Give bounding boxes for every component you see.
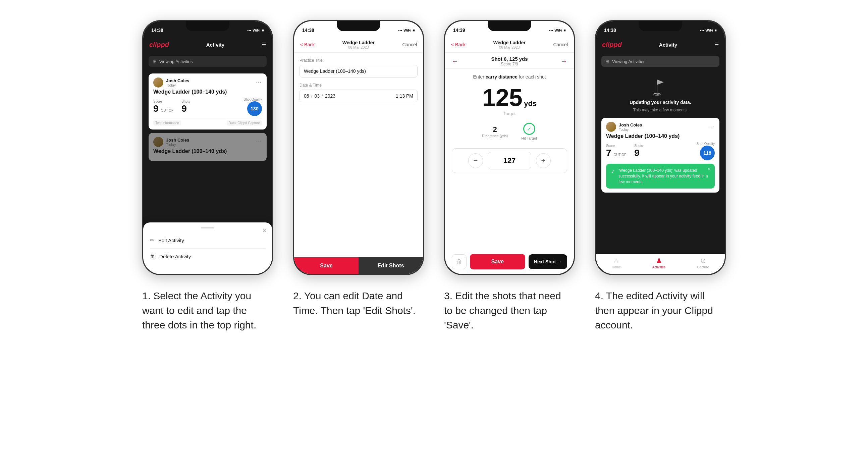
toast-close-btn[interactable]: ✕ — [707, 166, 711, 172]
golf-svg — [650, 77, 671, 97]
tab-activities[interactable]: ♟ Activities — [652, 257, 665, 269]
nav-center-2: Wedge Ladder 06 Mar 2023 — [342, 40, 375, 49]
updating-sub: This may take a few moments. — [633, 108, 688, 113]
status-icons-2: ▪▪▪ WiFi ■ — [398, 28, 415, 32]
practice-title-label: Practice Title — [300, 58, 417, 63]
activity-title-1: Wedge Ladder (100–140 yds) — [153, 89, 262, 95]
status-time-3: 14:39 — [453, 28, 465, 33]
phone-4: 14:38 ▪▪▪ WiFi ■ clippd Activity ☰ ⊞ — [595, 20, 726, 275]
sheet-handle — [201, 227, 214, 228]
shot-info-center: Shot 6, 125 yds Score 7/9 — [491, 56, 528, 66]
shot-input[interactable]: 127 — [488, 152, 531, 169]
menu-icon-4[interactable]: ☰ — [714, 41, 719, 48]
three-dots-1[interactable]: ··· — [255, 80, 262, 86]
caption-4: 4. The edited Activity will then appear … — [595, 288, 722, 333]
viewing-badge-4: ⊞ Viewing Activities — [601, 56, 719, 67]
out-of-1: OUT OF — [161, 109, 174, 113]
score-label-4: Score — [606, 144, 627, 148]
tab-capture[interactable]: ⊕ Capture — [697, 257, 709, 269]
viewing-badge-1: ⊞ Viewing Activities — [149, 56, 267, 67]
nav-bar-1: clippd Activity ☰ — [143, 37, 272, 53]
wifi-icon-4: WiFi — [705, 28, 713, 32]
golf-flag-icon — [650, 77, 671, 97]
save-btn-2[interactable]: Save — [294, 257, 359, 274]
activity-card-2[interactable]: Josh Coles Today ··· Wedge Ladder (100–1… — [149, 133, 267, 161]
date-day: 06 — [304, 93, 309, 99]
success-toast: ✓ 'Wedge Ladder (100–140 yds)' was updat… — [606, 164, 715, 189]
delete-shot-btn[interactable]: 🗑 — [452, 254, 467, 269]
sheet-close[interactable]: ✕ — [262, 227, 267, 234]
three-dots-2[interactable]: ··· — [255, 139, 262, 145]
activity-card-1[interactable]: Josh Coles Today ··· Wedge Ladder (100–1… — [149, 73, 267, 129]
shot-actions: 🗑 Save Next Shot → — [445, 249, 574, 274]
tab-capture-label: Capture — [697, 266, 709, 269]
edit-activity-label: Edit Activity — [158, 238, 184, 243]
user-name-4: Josh Coles — [619, 122, 642, 127]
svg-marker-1 — [657, 80, 664, 85]
activities-icon: ♟ — [656, 257, 662, 265]
arrow-right-icon[interactable]: → — [560, 57, 567, 65]
edit-shots-btn[interactable]: Edit Shots — [359, 257, 423, 274]
nav-title-2: Wedge Ladder — [342, 40, 375, 45]
phone-2: 14:38 ▪▪▪ WiFi ■ < Back Wedge Ladder 06 … — [293, 20, 424, 275]
wifi-icon-3: WiFi — [554, 28, 562, 32]
phone-column-4: 14:38 ▪▪▪ WiFi ■ clippd Activity ☰ ⊞ — [595, 20, 726, 333]
back-btn-3[interactable]: < Back — [451, 42, 466, 47]
viewing-label-1: Viewing Activities — [159, 59, 192, 64]
nav-bar-2: < Back Wedge Ladder 06 Mar 2023 Cancel — [294, 37, 423, 53]
battery-icon: ■ — [261, 28, 264, 32]
phone-column-1: 14:38 ▪▪▪ WiFi ■ clippd Activity ☰ — [142, 20, 273, 333]
user-row-4: Josh Coles Today — [606, 122, 642, 132]
shots-val-1: 9 — [181, 103, 190, 114]
delete-activity-label: Delete Activity — [159, 254, 191, 259]
clippd-logo-1: clippd — [149, 41, 169, 49]
user-row-2: Josh Coles Today — [153, 137, 189, 147]
shot-screen: ← Shot 6, 125 yds Score 7/9 → Enter carr… — [445, 53, 574, 274]
tab-home-label: Home — [612, 266, 621, 269]
p1-header: ⊞ Viewing Activities — [143, 53, 272, 70]
sq-label-1: Shot Quality — [244, 98, 262, 101]
shots-label-4: Shots — [634, 144, 643, 148]
diff-val: 2 — [482, 125, 508, 134]
user-info-4: Josh Coles Today — [619, 122, 642, 131]
stat-score-1: Score 9 OUT OF — [153, 100, 175, 114]
date-time-row[interactable]: 06 / 03 / 2023 1:13 PM — [300, 90, 417, 102]
caption-2: 2. You can edit Date and Time. Then tap … — [293, 288, 421, 318]
three-dots-4[interactable]: ··· — [708, 124, 715, 130]
practice-title-input[interactable]: Wedge Ladder (100–140 yds) — [300, 65, 417, 77]
avatar-2 — [153, 137, 163, 147]
decrement-btn[interactable]: − — [468, 153, 483, 168]
signal-icon-3: ▪▪▪ — [549, 28, 553, 32]
wifi-icon: WiFi — [253, 28, 260, 32]
hit-target-stat: ✓ Hit Target — [521, 123, 537, 140]
delete-activity-item[interactable]: 🗑 Delete Activity — [150, 249, 265, 264]
p4-body: Updating your activity data. This may ta… — [596, 70, 725, 254]
card-header-2: Josh Coles Today ··· — [153, 137, 262, 147]
date-month: 03 — [314, 93, 320, 99]
increment-btn[interactable]: + — [536, 153, 551, 168]
back-btn-2[interactable]: < Back — [300, 42, 315, 47]
shot-input-area: − 127 + — [452, 148, 567, 173]
stats-row-1: Score 9 OUT OF Shots 9 — [153, 98, 262, 116]
user-info-1: Josh Coles Today — [166, 78, 189, 87]
edit-activity-item[interactable]: ✏ Edit Activity — [150, 232, 265, 249]
yds-unit: yds — [524, 99, 537, 108]
activity-card-4[interactable]: Josh Coles Today ··· Wedge Ladder (100–1… — [601, 118, 719, 193]
shot-number: Shot 6, 125 yds — [491, 56, 528, 62]
activity-title-2: Wedge Ladder (100–140 yds) — [153, 148, 262, 154]
nav-center-3: Wedge Ladder 06 Mar 2023 — [493, 40, 526, 49]
shot-header-row: ← Shot 6, 125 yds Score 7/9 → — [445, 53, 574, 69]
clippd-logo-4: clippd — [602, 41, 622, 49]
arrow-left-icon[interactable]: ← — [452, 57, 459, 65]
cancel-btn-2[interactable]: Cancel — [402, 42, 417, 47]
cancel-btn-3[interactable]: Cancel — [553, 42, 568, 47]
next-shot-btn[interactable]: Next Shot → — [529, 254, 567, 269]
delete-icon: 🗑 — [150, 253, 155, 259]
status-time-1: 14:38 — [151, 28, 163, 33]
status-time-4: 14:38 — [604, 28, 616, 33]
tab-home[interactable]: ⌂ Home — [612, 257, 621, 269]
caption-3: 3. Edit the shots that need to be change… — [444, 288, 571, 333]
menu-icon-1[interactable]: ☰ — [261, 41, 266, 48]
nav-bar-3: < Back Wedge Ladder 06 Mar 2023 Cancel — [445, 37, 574, 53]
save-shot-btn[interactable]: Save — [470, 254, 525, 270]
